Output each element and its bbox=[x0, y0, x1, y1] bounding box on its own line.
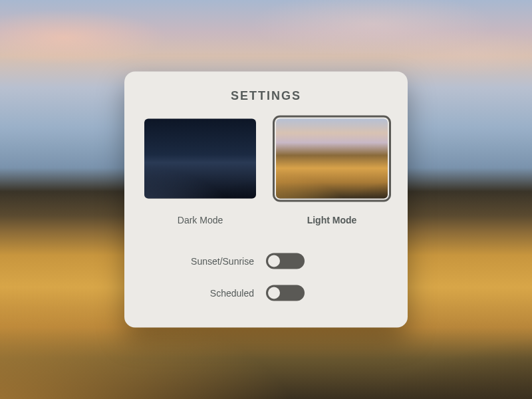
theme-option-light[interactable]: Light Mode bbox=[276, 119, 388, 225]
settings-panel: SETTINGS Dark Mode Light Mode Sunset/Sun… bbox=[124, 72, 408, 328]
theme-option-dark[interactable]: Dark Mode bbox=[144, 119, 256, 225]
light-mode-preview bbox=[276, 119, 388, 199]
toggle-label: Scheduled bbox=[146, 288, 266, 299]
toggle-knob-icon bbox=[268, 255, 280, 267]
toggle-knob-icon bbox=[268, 287, 280, 299]
toggle-list: Sunset/Sunrise Scheduled bbox=[144, 253, 388, 301]
dark-mode-preview bbox=[144, 119, 256, 199]
toggle-label: Sunset/Sunrise bbox=[146, 256, 266, 267]
theme-options: Dark Mode Light Mode bbox=[144, 119, 388, 225]
toggle-row-sunset: Sunset/Sunrise bbox=[144, 253, 388, 269]
sunset-sunrise-toggle[interactable] bbox=[266, 253, 305, 269]
scheduled-toggle[interactable] bbox=[266, 285, 305, 301]
toggle-row-scheduled: Scheduled bbox=[144, 285, 388, 301]
theme-label: Dark Mode bbox=[144, 215, 256, 225]
theme-label: Light Mode bbox=[276, 215, 388, 225]
panel-title: SETTINGS bbox=[144, 89, 388, 103]
desktop-wallpaper: SETTINGS Dark Mode Light Mode Sunset/Sun… bbox=[0, 0, 532, 399]
